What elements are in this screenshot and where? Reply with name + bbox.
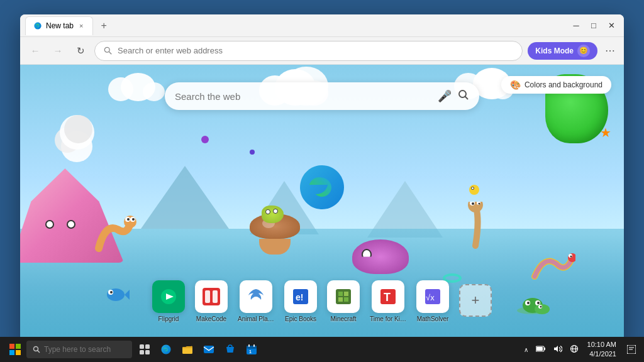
colorful-ribbon: [531, 251, 575, 285]
svg-rect-34: [213, 290, 218, 303]
svg-rect-40: [338, 297, 343, 302]
blue-fish: [104, 283, 130, 308]
tab-title: New tab: [46, 21, 74, 30]
taskbar-app-store[interactable]: [220, 339, 240, 359]
svg-line-51: [38, 351, 40, 353]
start-button[interactable]: [4, 338, 26, 361]
app-item-animal-planet[interactable]: Animal Planet: [235, 278, 277, 325]
taskbar-app-task-view[interactable]: [135, 339, 155, 359]
taskbar-time[interactable]: 10:10 AM 4/1/2021: [584, 340, 620, 359]
orange-creature: [92, 211, 143, 257]
apps-grid: Flipgrid MakeCode Animal Planet e!: [150, 278, 494, 325]
svg-rect-37: [336, 289, 351, 304]
search-submit-icon[interactable]: [458, 89, 469, 104]
search-container: 🎤: [165, 82, 479, 110]
taskbar-app-calendar[interactable]: 1: [242, 339, 262, 359]
svg-point-9: [472, 202, 474, 205]
taskbar-app-mail[interactable]: [199, 339, 219, 359]
close-button[interactable]: ✕: [604, 18, 619, 33]
battery-icon[interactable]: [533, 344, 548, 356]
store-icon: [225, 344, 236, 355]
app-item-minecraft[interactable]: Minecraft: [325, 278, 362, 325]
search-input[interactable]: [175, 91, 431, 102]
svg-line-29: [465, 96, 469, 99]
svg-rect-33: [205, 290, 210, 303]
edge-taskbar-icon: [160, 344, 172, 355]
taskbar-system-tray: ∧: [521, 340, 640, 359]
tab-favicon-icon: [33, 21, 42, 30]
app-item-mathsolver[interactable]: √x MathSolver: [414, 278, 452, 325]
app-item-time-for-kids[interactable]: T Time for Kids: [367, 278, 409, 325]
edge-logo: [297, 162, 347, 212]
svg-text:T: T: [384, 291, 391, 304]
svg-point-24: [537, 302, 540, 304]
tab-close-button[interactable]: ×: [77, 21, 85, 30]
title-bar: New tab × + ─ □ ✕: [20, 14, 624, 37]
svg-rect-53: [145, 344, 150, 349]
microphone-icon[interactable]: 🎤: [438, 89, 452, 103]
app-item-epic-books[interactable]: e! Epic Books: [282, 278, 319, 325]
svg-text:√x: √x: [426, 293, 435, 302]
svg-rect-48: [9, 350, 14, 355]
notification-icon: [627, 345, 636, 354]
yellow-bird: [469, 185, 479, 195]
network-icon[interactable]: [567, 343, 581, 356]
address-input[interactable]: [118, 46, 513, 55]
svg-rect-49: [16, 350, 21, 355]
taskbar-search-input[interactable]: [44, 345, 126, 354]
volume-icon[interactable]: [551, 343, 565, 356]
purple-blob: [352, 239, 409, 274]
colors-background-button[interactable]: 🎨 Colors and background: [501, 76, 611, 94]
notification-button[interactable]: [623, 341, 640, 358]
svg-rect-38: [338, 292, 343, 296]
epic-books-icon: e!: [284, 280, 317, 313]
system-icons: ∧: [521, 343, 581, 356]
maximize-button[interactable]: □: [586, 18, 601, 33]
app-item-flipgrid[interactable]: Flipgrid: [150, 278, 187, 325]
svg-rect-55: [145, 350, 150, 354]
svg-rect-52: [140, 344, 144, 349]
file-explorer-icon: [182, 344, 193, 355]
forward-button[interactable]: →: [49, 42, 67, 60]
svg-rect-64: [536, 347, 543, 351]
windows-logo-icon: [9, 344, 21, 355]
svg-point-50: [34, 347, 38, 351]
browser-tab[interactable]: New tab ×: [25, 16, 93, 35]
nav-bar: ← → ↻ Kids Mode 😊 ⋯: [20, 37, 624, 65]
svg-point-27: [540, 306, 541, 308]
taskbar-app-explorer[interactable]: [177, 339, 197, 359]
svg-rect-60: [248, 344, 250, 347]
palette-icon: 🎨: [510, 80, 521, 90]
svg-rect-47: [16, 344, 21, 349]
svg-point-18: [110, 291, 113, 293]
svg-point-5: [127, 218, 130, 221]
taskbar-app-edge[interactable]: [156, 339, 176, 359]
svg-point-14: [570, 256, 572, 258]
animal-planet-label: Animal Planet: [238, 315, 274, 322]
svg-point-6: [132, 218, 135, 221]
time-for-kids-label: Time for Kids: [370, 315, 406, 322]
app-item-makecode[interactable]: MakeCode: [192, 278, 230, 325]
refresh-button[interactable]: ↻: [72, 42, 89, 60]
address-bar[interactable]: [94, 41, 523, 61]
svg-text:1: 1: [249, 349, 252, 354]
show-hidden-icons-button[interactable]: ∧: [521, 344, 531, 356]
back-button[interactable]: ←: [26, 42, 44, 60]
app-item-add[interactable]: +: [457, 282, 494, 322]
kids-mode-button[interactable]: Kids Mode 😊: [528, 42, 597, 60]
taskbar-search[interactable]: [26, 341, 132, 358]
mail-icon: [203, 344, 214, 355]
calendar-icon: 1: [246, 344, 257, 355]
svg-rect-57: [204, 346, 214, 353]
window-controls: ─ □ ✕: [569, 18, 619, 33]
svg-point-0: [104, 47, 109, 52]
date-display: 4/1/2021: [587, 349, 616, 359]
search-bar[interactable]: 🎤: [165, 82, 479, 110]
minimize-button[interactable]: ─: [569, 18, 584, 33]
minecraft-label: Minecraft: [330, 315, 356, 322]
time-display: 10:10 AM: [587, 340, 616, 349]
new-tab-button[interactable]: +: [96, 19, 111, 33]
svg-point-25: [535, 304, 550, 314]
add-site-button[interactable]: +: [459, 284, 492, 317]
more-options-button[interactable]: ⋯: [602, 42, 618, 59]
